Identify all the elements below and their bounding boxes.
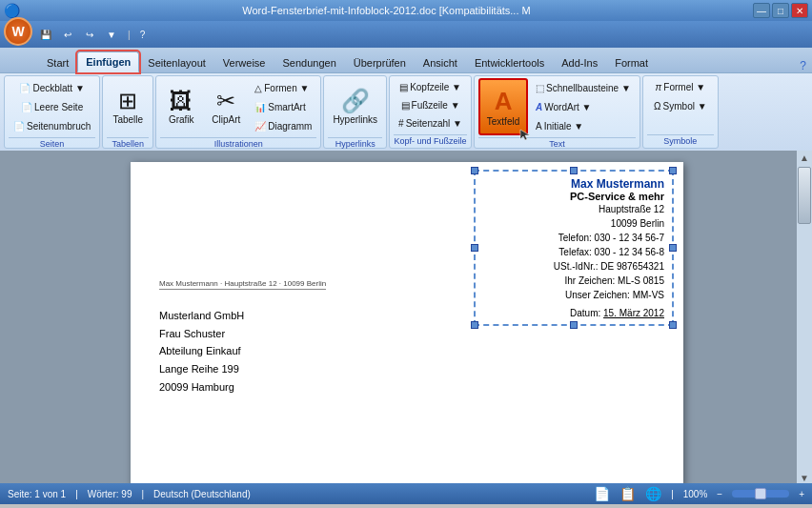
tab-entwicklertools[interactable]: Entwicklertools [466, 51, 553, 72]
smartart-button[interactable]: 📊 SmartArt [250, 98, 316, 115]
scrollbar-thumb[interactable] [798, 167, 811, 224]
office-button[interactable]: W [4, 17, 32, 46]
handle-mr[interactable] [669, 244, 677, 252]
leere-seite-icon: 📄 [21, 102, 32, 112]
text-buttons: A Textfeld ⬚ Schnellbausteine ▼ A WordAr… [478, 78, 636, 135]
shapes-smartart-col: △ Formen ▼ 📊 SmartArt 📈 Diagramm [250, 79, 316, 134]
tabelle-button[interactable]: ⊞ Tabelle [107, 78, 149, 135]
status-words: Wörter: 99 [88, 489, 132, 499]
textfeld-icon: A [495, 87, 513, 116]
handle-ml[interactable] [471, 244, 478, 252]
tab-verweise[interactable]: Verweise [214, 51, 274, 72]
tab-sendungen[interactable]: Sendungen [274, 51, 344, 72]
diagramm-button[interactable]: 📈 Diagramm [250, 117, 316, 134]
recipient-line4: Lange Reihe 199 [159, 360, 655, 378]
vertical-scrollbar[interactable]: ▲ ▼ [797, 151, 812, 483]
scroll-up-button[interactable]: ▲ [798, 152, 811, 163]
main-area: Max Mustermann PC-Service & mehr Hauptst… [0, 151, 812, 483]
tab-seitenlayout[interactable]: Seitenlayout [139, 51, 214, 72]
status-lang: Deutsch (Deutschland) [153, 489, 251, 499]
tab-start[interactable]: Start [38, 51, 77, 72]
close-button[interactable]: ✕ [791, 3, 808, 18]
separator: | [128, 30, 131, 40]
ribbon: 📄 Deckblatt ▼ 📄 Leere Seite 📄 Seitenumbr… [0, 72, 812, 151]
ribbon-group-seiten: 📄 Deckblatt ▼ 📄 Leere Seite 📄 Seitenumbr… [4, 75, 100, 149]
view-normal-icon[interactable]: 📄 [594, 486, 610, 501]
tab-format[interactable]: Format [606, 51, 657, 72]
formen-button[interactable]: △ Formen ▼ [250, 79, 316, 96]
status-divider1: | [75, 489, 78, 499]
deckblatt-button[interactable]: 📄 Deckblatt ▼ [14, 78, 89, 97]
handle-tr[interactable] [669, 167, 677, 174]
ribbon-group-tabellen: ⊞ Tabelle Tabellen [102, 75, 153, 149]
formel-button[interactable]: π Formel ▼ [651, 78, 711, 95]
ribbon-group-illustrationen: 🖼 Grafik ✂ ClipArt △ Formen ▼ 📊 SmartArt… [155, 75, 321, 149]
tabellen-label: Tabellen [107, 137, 149, 149]
seitenumbruch-button[interactable]: 📄 Seitenumbruch [9, 116, 95, 135]
wordart-button[interactable]: A WordArt ▼ [531, 98, 636, 115]
ribbon-group-kopffusszeile: ▤ Kopfzeile ▼ ▤ Fußzeile ▼ # Seitenzahl … [389, 75, 472, 149]
fusszeile-button[interactable]: ▤ Fußzeile ▼ [396, 96, 465, 113]
document-page: Max Mustermann PC-Service & mehr Hauptst… [131, 162, 683, 483]
ribbon-help-icon[interactable]: ? [794, 59, 812, 72]
tab-einfuegen[interactable]: Einfügen [77, 51, 139, 72]
minimize-button[interactable]: — [753, 3, 770, 18]
kopffusszeile-buttons: ▤ Kopfzeile ▼ ▤ Fußzeile ▼ # Seitenzahl … [394, 78, 467, 132]
schnellbausteine-button[interactable]: ⬚ Schnellbausteine ▼ [531, 79, 636, 96]
kopfzeile-button[interactable]: ▤ Kopfzeile ▼ [395, 78, 466, 95]
zoom-decrease-btn[interactable]: − [717, 489, 722, 499]
tab-addins[interactable]: Add-Ins [553, 51, 606, 72]
tab-ueberprufen[interactable]: Überprüfen [345, 51, 415, 72]
kopffusszeile-label: Kopf- und Fußzeile [394, 134, 467, 146]
infoblock-datum: Datum: 15. März 2012 [483, 308, 664, 318]
status-page: Seite: 1 von 1 [8, 489, 66, 499]
clipart-icon: ✂ [216, 90, 235, 112]
tabelle-icon: ⊞ [118, 90, 137, 112]
title-bar-controls[interactable]: — □ ✕ [753, 3, 808, 18]
formen-icon: △ [254, 83, 262, 93]
document-area[interactable]: Max Mustermann PC-Service & mehr Hauptst… [0, 151, 797, 483]
recipient-line5: 20099 Hamburg [159, 378, 655, 396]
text-small-buttons: ⬚ Schnellbausteine ▼ A WordArt ▼ A Initi… [531, 79, 636, 134]
leere-seite-button[interactable]: 📄 Leere Seite [16, 97, 88, 116]
symbol-button[interactable]: Ω Symbol ▼ [649, 97, 712, 114]
seitenzahl-button[interactable]: # Seitenzahl ▼ [394, 114, 467, 132]
maximize-button[interactable]: □ [772, 3, 789, 18]
clipart-button[interactable]: ✂ ClipArt [205, 78, 247, 135]
grafik-icon: 🖼 [170, 90, 193, 112]
view-web-icon[interactable]: 🌐 [645, 486, 661, 501]
window-title: Word-Fensterbrief-mit-Infoblock-2012.doc… [20, 5, 753, 16]
handle-bl[interactable] [471, 321, 478, 329]
zoom-level: 100% [683, 489, 708, 499]
handle-bm[interactable] [570, 321, 578, 329]
info-textbox[interactable]: Max Mustermann PC-Service & mehr Hauptst… [474, 170, 674, 326]
handle-tl[interactable] [471, 167, 478, 174]
hyperlinks-icon: 🔗 [341, 90, 370, 112]
tab-ansicht[interactable]: Ansicht [415, 51, 466, 72]
handle-br[interactable] [669, 321, 677, 329]
save-quick-btn[interactable]: 💾 [36, 26, 55, 43]
zoom-divider: | [671, 489, 674, 499]
infoblock-zeichen2: Unser Zeichen: MM-VS [483, 288, 664, 302]
zoom-slider[interactable] [732, 490, 789, 498]
quick-access-buttons: 💾 ↩ ↪ ▼ | ? [0, 21, 812, 48]
scroll-down-button[interactable]: ▼ [798, 473, 811, 483]
infoblock-telefon: Telefon: 030 - 12 34 56-7 [483, 231, 664, 245]
textfeld-button[interactable]: A Textfeld [478, 78, 528, 135]
grafik-button[interactable]: 🖼 Grafik [160, 78, 202, 135]
infoblock-zeichen1: Ihr Zeichen: ML-S 0815 [483, 274, 664, 288]
ribbon-group-text: A Textfeld ⬚ Schnellbausteine ▼ A WordAr… [474, 75, 640, 149]
hyperlinks-button[interactable]: 🔗 Hyperlinks [328, 78, 382, 135]
view-layout-icon[interactable]: 📋 [619, 486, 636, 501]
initiale-button[interactable]: A Initiale ▼ [531, 117, 636, 134]
seiten-label: Seiten [9, 137, 95, 149]
symbol-icon: Ω [654, 101, 660, 112]
help-btn[interactable]: ? [133, 26, 152, 43]
handle-tm[interactable] [570, 167, 578, 174]
undo-quick-btn[interactable]: ↩ [58, 26, 77, 43]
zoom-slider-thumb[interactable] [755, 488, 766, 499]
quick-access-more-btn[interactable]: ▼ [102, 26, 121, 43]
zoom-increase-btn[interactable]: + [799, 489, 804, 499]
kopfzeile-icon: ▤ [399, 82, 408, 92]
redo-quick-btn[interactable]: ↪ [80, 26, 99, 43]
